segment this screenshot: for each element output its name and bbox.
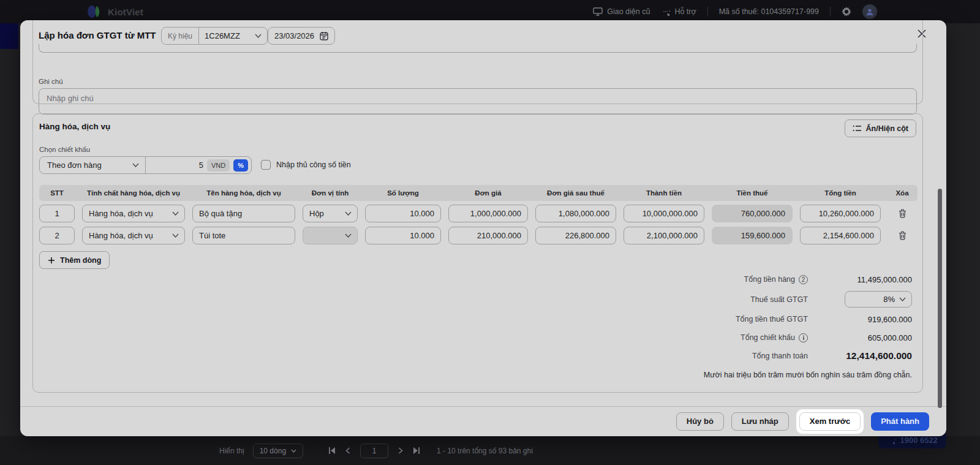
items-table: STT Tính chất hàng hóa, dịch vụ Tên hàng… xyxy=(39,185,918,249)
add-row-button[interactable]: Thêm dòng xyxy=(39,251,110,269)
first-page-icon[interactable] xyxy=(329,447,336,454)
grand-total-value: 12,414,600.000 xyxy=(808,350,912,361)
vat-total-value: 919,600.000 xyxy=(808,315,912,324)
discount-type-select[interactable]: Theo đơn hàng xyxy=(40,157,145,173)
prev-page-icon[interactable] xyxy=(345,447,350,454)
preview-spotlight: Xem trước xyxy=(796,409,864,434)
item-name-input[interactable]: Bộ quà tặng xyxy=(192,205,295,222)
chat-icon xyxy=(661,7,670,16)
manual-amount-checkbox[interactable] xyxy=(261,160,271,170)
amount-input[interactable]: 10,000,000.000 xyxy=(624,205,704,222)
support-link[interactable]: Hỗ trợ xyxy=(661,7,696,16)
item-name-input[interactable]: Túi tote xyxy=(192,227,295,244)
manual-amount-label: Nhập thủ công số tiền xyxy=(276,161,351,169)
amount-input[interactable]: 2,100,000.000 xyxy=(624,227,704,244)
note-label: Ghi chú xyxy=(39,78,63,85)
vat-total-label: Tổng tiền thuế GTGT xyxy=(736,315,808,323)
item-count-badge: 2 xyxy=(799,275,808,284)
trash-icon xyxy=(899,231,907,240)
preview-button[interactable]: Xem trước xyxy=(799,412,861,431)
discount-total-value: 605,000.000 xyxy=(808,333,912,342)
brand-logo: KiotViet xyxy=(87,5,143,18)
modal-scrollbar-thumb[interactable] xyxy=(938,189,942,408)
items-card: Hàng hóa, dịch vụ Ẩn/Hiện cột Chọn chiết… xyxy=(32,113,923,393)
trash-icon xyxy=(899,209,907,218)
quantity-input[interactable]: 10.000 xyxy=(365,227,441,244)
brand-name: KiotViet xyxy=(108,7,143,17)
chat-bubble-icon xyxy=(887,436,895,444)
subtotal-label: Tổng tiền hàng 2 xyxy=(744,275,808,284)
plus-icon xyxy=(48,257,55,264)
discount-group: Theo đơn hàng VND % xyxy=(39,156,252,174)
header-divider xyxy=(830,7,831,17)
info-icon[interactable] xyxy=(799,333,808,342)
items-section-title: Hàng hóa, dịch vụ xyxy=(39,122,110,131)
chevron-down-icon xyxy=(132,163,139,167)
columns-icon xyxy=(853,125,862,132)
save-draft-button[interactable]: Lưu nháp xyxy=(731,412,789,431)
table-header-row: STT Tính chất hàng hóa, dịch vụ Tên hàng… xyxy=(39,185,918,201)
delete-row-button[interactable] xyxy=(888,227,916,244)
stt-cell: 1 xyxy=(39,205,75,222)
header-divider xyxy=(707,7,708,17)
chevron-down-icon xyxy=(172,211,179,216)
stt-cell: 2 xyxy=(39,227,75,244)
subtotal-value: 11,495,000.000 xyxy=(808,275,912,284)
grand-total-label: Tổng thanh toán xyxy=(752,352,808,360)
item-type-select[interactable]: Hàng hóa, dịch vụ xyxy=(82,227,185,244)
vat-rate-select[interactable]: 8% xyxy=(845,291,912,308)
line-total-input[interactable]: 2,154,600.000 xyxy=(800,227,881,244)
chevron-down-icon xyxy=(899,297,906,301)
unit-select[interactable]: Hộp xyxy=(303,205,358,222)
last-page-icon[interactable] xyxy=(413,447,420,454)
user-avatar[interactable] xyxy=(862,4,877,19)
pagination-summary: 1 - 10 trên tổng số 93 bản ghi xyxy=(437,447,533,455)
vnd-toggle[interactable]: VND xyxy=(207,159,230,172)
modal-footer: Hủy bỏ Lưu nháp Xem trước Phát hành xyxy=(20,406,946,436)
settings-gear-icon[interactable] xyxy=(842,7,851,17)
page-size-select[interactable]: 10 dòng xyxy=(253,444,303,458)
cancel-button[interactable]: Hủy bỏ xyxy=(676,412,724,431)
line-total-input[interactable]: 10,260,000.000 xyxy=(800,205,881,222)
percent-toggle[interactable]: % xyxy=(233,159,248,172)
price-input[interactable]: 1,000,000.000 xyxy=(448,205,528,222)
publish-button[interactable]: Phát hành xyxy=(871,412,929,431)
item-type-select[interactable]: Hàng hóa, dịch vụ xyxy=(82,205,185,222)
pagination-bar: Hiển thị 10 dòng 1 1 - 10 trên tổng số 9… xyxy=(0,436,980,465)
chevron-down-icon xyxy=(291,449,296,453)
page-number-input[interactable]: 1 xyxy=(360,444,388,458)
kiotviet-logo-icon xyxy=(87,5,103,18)
discount-total-label: Tổng chiết khấu xyxy=(741,333,808,342)
price-after-tax-input[interactable]: 1,080,000.000 xyxy=(535,205,616,222)
totals-block: Tổng tiền hàng 2 11,495,000.000 Thuế suấ… xyxy=(630,270,912,379)
secondary-nav-sliver xyxy=(0,23,18,49)
chevron-down-icon xyxy=(345,211,352,216)
price-input[interactable]: 210,000.000 xyxy=(448,227,528,244)
table-row: 2 Hàng hóa, dịch vụ Túi tote xyxy=(39,227,918,244)
note-textarea[interactable] xyxy=(39,88,917,115)
vat-rate-label: Thuế suất GTGT xyxy=(750,295,808,304)
old-ui-link[interactable]: Giao diện cũ xyxy=(593,7,650,16)
next-page-icon[interactable] xyxy=(398,447,403,454)
chevron-down-icon xyxy=(345,233,352,238)
table-row: 1 Hàng hóa, dịch vụ Bộ quà tặng Hộp xyxy=(39,205,918,222)
quantity-input[interactable]: 10.000 xyxy=(365,205,441,222)
unit-select[interactable] xyxy=(303,227,358,244)
discount-value-input[interactable] xyxy=(167,161,203,170)
tax-amount-readonly: 159,600.000 xyxy=(712,227,793,244)
discount-label: Chọn chiết khấu xyxy=(39,146,90,153)
chevron-down-icon xyxy=(172,233,179,238)
tax-code-text: Mã số thuế: 0104359717-999 xyxy=(719,7,819,16)
delete-row-button[interactable] xyxy=(888,205,916,222)
toggle-columns-button[interactable]: Ẩn/Hiện cột xyxy=(845,119,916,137)
show-label: Hiển thị xyxy=(219,447,244,455)
monitor-icon xyxy=(593,7,603,16)
amount-in-words: Mười hai triệu bốn trăm mười bốn nghìn s… xyxy=(704,371,912,379)
tax-amount-readonly: 760,000.000 xyxy=(712,205,793,222)
create-invoice-modal: Lập hóa đơn GTGT từ MTT Ký hiệu 1C26MZZ … xyxy=(20,20,946,436)
price-after-tax-input[interactable]: 226,800.000 xyxy=(535,227,616,244)
cutoff-input[interactable] xyxy=(39,44,917,53)
